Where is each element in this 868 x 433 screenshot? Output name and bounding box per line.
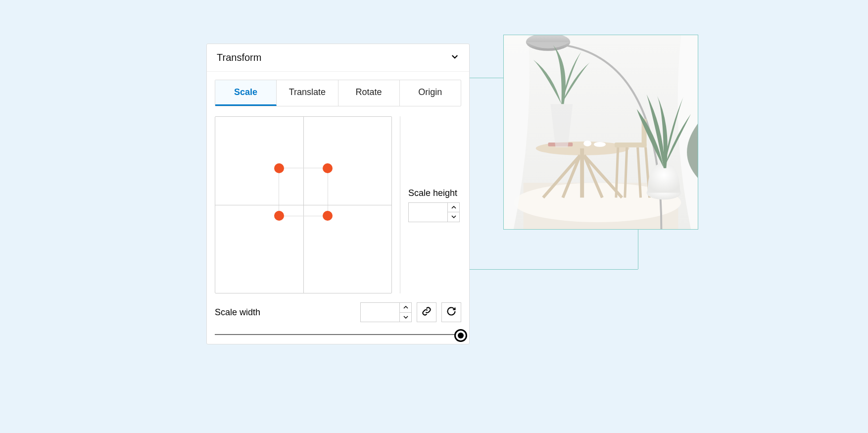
scale-handle-tr[interactable] (323, 163, 333, 173)
slider-track (215, 334, 461, 335)
stepper-up-icon[interactable] (400, 303, 411, 313)
preview-image (503, 35, 698, 230)
scale-slider[interactable] (207, 327, 469, 344)
connector-line (470, 78, 503, 78)
scale-handle-bl[interactable] (274, 211, 284, 221)
link-button[interactable] (417, 302, 436, 322)
link-icon (422, 306, 432, 318)
tab-origin[interactable]: Origin (400, 80, 461, 106)
scale-height-field[interactable] (409, 203, 447, 222)
stepper-down-icon[interactable] (400, 313, 411, 322)
panel-header[interactable]: Transform (207, 44, 469, 72)
scale-handle-tl[interactable] (274, 163, 284, 173)
svg-point-7 (583, 141, 591, 146)
scale-height-input[interactable] (408, 202, 460, 222)
tabs: Scale Translate Rotate Origin (215, 80, 461, 106)
tab-scale[interactable]: Scale (215, 80, 277, 106)
tab-rotate[interactable]: Rotate (338, 80, 400, 106)
connector-line (638, 230, 638, 269)
scale-width-field[interactable] (361, 303, 399, 322)
rotate-clockwise-icon (446, 306, 456, 318)
transform-panel: Transform Scale Translate Rotate Origin … (206, 44, 470, 344)
stepper-up-icon[interactable] (448, 203, 459, 213)
scale-height-label: Scale height (408, 188, 457, 198)
scale-box[interactable] (279, 168, 328, 216)
connector-line (470, 269, 638, 270)
svg-point-6 (594, 142, 606, 147)
scale-grid[interactable] (215, 116, 392, 293)
tab-translate[interactable]: Translate (277, 80, 338, 106)
scale-width-input[interactable] (360, 302, 412, 322)
stepper-down-icon[interactable] (448, 212, 459, 222)
reset-button[interactable] (441, 302, 461, 322)
scale-handle-br[interactable] (323, 211, 333, 221)
slider-thumb[interactable] (454, 329, 467, 342)
panel-title: Transform (217, 52, 261, 63)
scale-width-label: Scale width (215, 307, 355, 318)
chevron-down-icon (450, 52, 459, 63)
